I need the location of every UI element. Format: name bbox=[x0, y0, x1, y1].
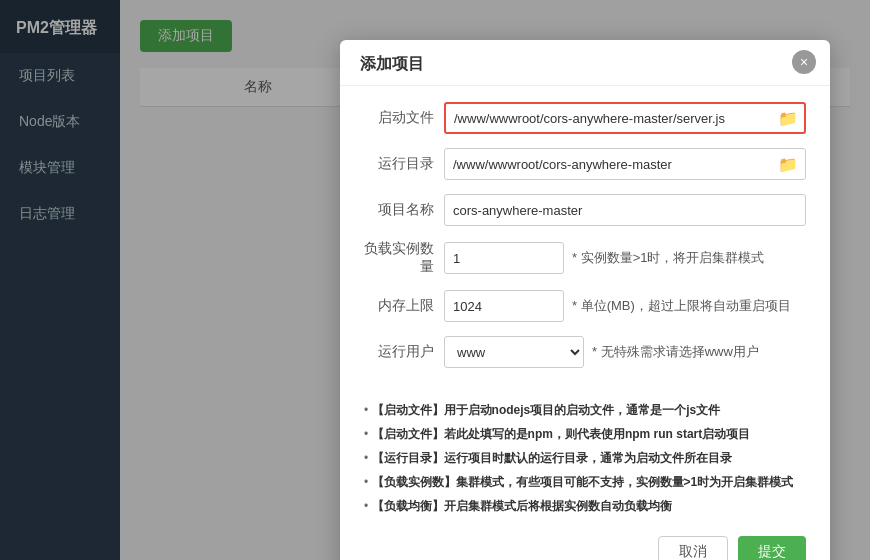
dialog-body: 启动文件 📁 运行目录 📁 项目名称 负载实例数量 bbox=[340, 86, 830, 392]
note-item-2: 【启动文件】若此处填写的是npm，则代表使用npm run start启动项目 bbox=[364, 422, 806, 446]
dialog-header: 添加项目 × bbox=[340, 40, 830, 86]
instances-label: 负载实例数量 bbox=[364, 240, 444, 276]
dialog-footer: 取消 提交 bbox=[340, 528, 830, 560]
project-name-input-wrap bbox=[444, 194, 806, 226]
startup-file-label: 启动文件 bbox=[364, 109, 444, 127]
project-name-label: 项目名称 bbox=[364, 201, 444, 219]
note-item-5: 【负载均衡】开启集群模式后将根据实例数自动负载均衡 bbox=[364, 494, 806, 518]
note-item-3: 【运行目录】运行项目时默认的运行目录，通常为启动文件所在目录 bbox=[364, 446, 806, 470]
note-item-1: 【启动文件】用于启动nodejs项目的启动文件，通常是一个js文件 bbox=[364, 398, 806, 422]
startup-file-folder-icon[interactable]: 📁 bbox=[778, 109, 798, 128]
note-bold-2: 【启动文件】 bbox=[372, 427, 444, 441]
note-bold-1: 【启动文件】 bbox=[372, 403, 444, 417]
memory-input[interactable] bbox=[444, 290, 564, 322]
note-bold-3: 【运行目录】 bbox=[372, 451, 444, 465]
instances-hint: * 实例数量>1时，将开启集群模式 bbox=[572, 249, 765, 267]
run-user-row: 运行用户 www root nginx * 无特殊需求请选择www用户 bbox=[364, 336, 806, 368]
run-dir-input-wrap: 📁 bbox=[444, 148, 806, 180]
note-bold-5: 【负载均衡】 bbox=[372, 499, 444, 513]
run-dir-label: 运行目录 bbox=[364, 155, 444, 173]
note-item-4: 【负载实例数】集群模式，有些项目可能不支持，实例数量>1时为开启集群模式 bbox=[364, 470, 806, 494]
instances-input-wrap bbox=[444, 242, 564, 274]
run-user-select[interactable]: www root nginx bbox=[444, 336, 584, 368]
memory-input-wrap bbox=[444, 290, 564, 322]
run-user-hint: * 无特殊需求请选择www用户 bbox=[592, 343, 759, 361]
startup-file-row: 启动文件 📁 bbox=[364, 102, 806, 134]
project-name-input[interactable] bbox=[444, 194, 806, 226]
startup-file-input-wrap: 📁 bbox=[444, 102, 806, 134]
notes-list: 【启动文件】用于启动nodejs项目的启动文件，通常是一个js文件 【启动文件】… bbox=[340, 392, 830, 528]
run-user-label: 运行用户 bbox=[364, 343, 444, 361]
instances-input[interactable] bbox=[444, 242, 564, 274]
note-bold-4: 【负载实例数】 bbox=[372, 475, 456, 489]
dialog-title: 添加项目 bbox=[360, 55, 424, 72]
memory-hint: * 单位(MB)，超过上限将自动重启项目 bbox=[572, 297, 791, 315]
memory-label: 内存上限 bbox=[364, 297, 444, 315]
submit-button[interactable]: 提交 bbox=[738, 536, 806, 560]
memory-row: 内存上限 * 单位(MB)，超过上限将自动重启项目 bbox=[364, 290, 806, 322]
instances-row: 负载实例数量 * 实例数量>1时，将开启集群模式 bbox=[364, 240, 806, 276]
run-dir-folder-icon[interactable]: 📁 bbox=[778, 155, 798, 174]
add-project-dialog: 添加项目 × 启动文件 📁 运行目录 📁 项目名称 bbox=[340, 40, 830, 560]
run-dir-input[interactable] bbox=[444, 148, 806, 180]
close-button[interactable]: × bbox=[792, 50, 816, 74]
startup-file-input[interactable] bbox=[444, 102, 806, 134]
cancel-button[interactable]: 取消 bbox=[658, 536, 728, 560]
run-dir-row: 运行目录 📁 bbox=[364, 148, 806, 180]
project-name-row: 项目名称 bbox=[364, 194, 806, 226]
